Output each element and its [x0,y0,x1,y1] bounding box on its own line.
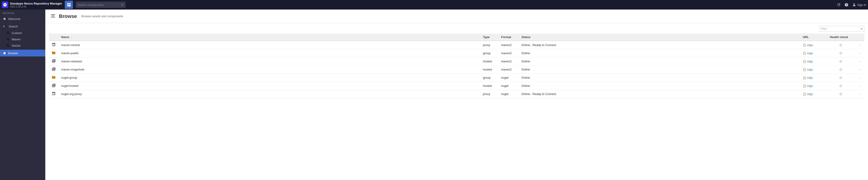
copy-url-button[interactable]: 📋 copy [803,60,813,63]
sidebar: Browse Welcome ▼ Search Custom [0,9,45,180]
app-logo: Sonatype Nexus Repository Manager OSS 3.… [2,2,62,8]
row-format: nuget [498,82,519,90]
col-header-health[interactable]: Health check [827,34,855,41]
health-check-icon: ⊘ [839,59,842,63]
row-url[interactable]: 📋 copy [800,57,827,65]
row-health: ⊘ [827,57,855,65]
filter-clear-icon[interactable]: ✕ [860,27,863,31]
health-check-icon: ⊘ [839,43,842,47]
row-url[interactable]: 📋 copy [800,74,827,82]
sidebar-section-label: Browse [0,9,45,16]
copy-icon: 📋 [803,52,806,55]
copy-icon: 📋 [803,76,806,79]
row-status: Online - Ready to Connect [519,90,800,98]
row-url[interactable]: 📋 copy [800,65,827,74]
topbar-actions: Sign in [837,3,866,7]
row-expand-arrow[interactable]: › [855,41,864,49]
row-expand-arrow[interactable]: › [855,65,864,74]
search-group-arrow: ▼ [3,25,5,28]
col-header-name[interactable]: Name ↑ [58,34,480,41]
refresh-button[interactable] [837,3,841,7]
row-health: ⊘ [827,90,855,98]
copy-url-button[interactable]: 📋 copy [803,76,813,79]
sidebar-item-maven-label: Maven [12,38,21,41]
sidebar-item-welcome[interactable]: Welcome [0,16,45,22]
sidebar-item-browse-label: Browse [8,52,18,55]
row-name[interactable]: nuget-hosted [58,82,480,90]
app-name: Sonatype Nexus Repository Manager [10,2,62,5]
sidebar-item-nuget[interactable]: NuGet [0,42,45,49]
row-icon [49,74,58,82]
global-search-input[interactable] [78,3,121,7]
col-header-type[interactable]: Type [480,34,498,41]
row-icon [49,65,58,74]
copy-url-button[interactable]: 📋 copy [803,52,813,55]
row-expand-arrow[interactable]: › [855,49,864,57]
copy-icon: 📋 [803,84,806,88]
col-header-url[interactable]: URL [800,34,827,41]
row-health: ⊘ [827,65,855,74]
search-clear-icon[interactable]: ✕ [121,3,124,7]
copy-url-button[interactable]: 📋 copy [803,84,813,88]
row-expand-arrow[interactable]: › [855,90,864,98]
health-check-icon: ⊘ [839,51,842,55]
row-name[interactable]: maven-central [58,41,480,49]
col-header-format[interactable]: Format [498,34,519,41]
home-icon [3,17,6,21]
sidebar-group-search-header[interactable]: ▼ Search [0,23,45,30]
copy-url-button[interactable]: 📋 copy [803,43,813,47]
table-row: maven-public group maven2 Online 📋 copy … [49,49,864,57]
row-health: ⊘ [827,74,855,82]
row-format: maven2 [498,57,519,65]
maven-search-icon [6,37,10,41]
row-url[interactable]: 📋 copy [800,82,827,90]
row-icon [49,41,58,49]
sidebar-item-maven[interactable]: Maven [0,36,45,42]
row-url[interactable]: 📋 copy [800,41,827,49]
sidebar-item-custom[interactable]: Custom [0,30,45,36]
row-name[interactable]: maven-releases [58,57,480,65]
sidebar-item-browse[interactable]: Browse [0,50,45,56]
col-header-status[interactable]: Status [519,34,800,41]
row-icon [49,90,58,98]
sidebar-item-custom-label: Custom [12,31,22,35]
nuget-search-icon [6,44,10,48]
row-url[interactable]: 📋 copy [800,49,827,57]
table-row: maven-releases hosted maven2 Online 📋 co… [49,57,864,65]
row-icon [49,82,58,90]
row-type: proxy [480,41,498,49]
row-status: Online - Ready to Connect [519,41,800,49]
row-icon [49,57,58,65]
browse-icon [3,51,6,55]
copy-url-button[interactable]: 📋 copy [803,68,813,71]
global-search-bar[interactable]: ✕ [76,2,125,8]
table-header-row: Name ↑ Type Format Status URL Health che… [49,34,864,41]
row-expand-arrow[interactable]: › [855,74,864,82]
filter-input-wrap[interactable]: ✕ [819,26,864,32]
row-expand-arrow[interactable]: › [855,57,864,65]
row-name[interactable]: maven-public [58,49,480,57]
row-url[interactable]: 📋 copy [800,90,827,98]
copy-url-button[interactable]: 📋 copy [803,92,813,96]
row-format: nuget [498,90,519,98]
row-status: Online [519,74,800,82]
signin-button[interactable]: Sign in [852,3,866,7]
sidebar-item-welcome-label: Welcome [8,17,21,21]
content-area: Browse Browse assets and components ✕ Na… [45,9,868,180]
copy-icon: 📋 [803,92,806,96]
table-area: ✕ Name ↑ Type Format Status URL [45,23,868,180]
copy-icon: 📋 [803,43,806,47]
health-check-icon: ⊘ [839,67,842,71]
row-status: Online [519,57,800,65]
help-button[interactable] [844,3,848,7]
row-name[interactable]: maven-snapshots [58,65,480,74]
nav-cube-button[interactable] [65,1,73,9]
row-format: maven2 [498,65,519,74]
row-name[interactable]: nuget-group [58,74,480,82]
filter-input[interactable] [821,27,860,30]
repositories-table: Name ↑ Type Format Status URL Health che… [49,34,864,98]
table-row: maven-snapshots hosted maven2 Online 📋 c… [49,65,864,74]
copy-icon: 📋 [803,60,806,63]
row-expand-arrow[interactable]: › [855,82,864,90]
row-name[interactable]: nuget.org-proxy [58,90,480,98]
